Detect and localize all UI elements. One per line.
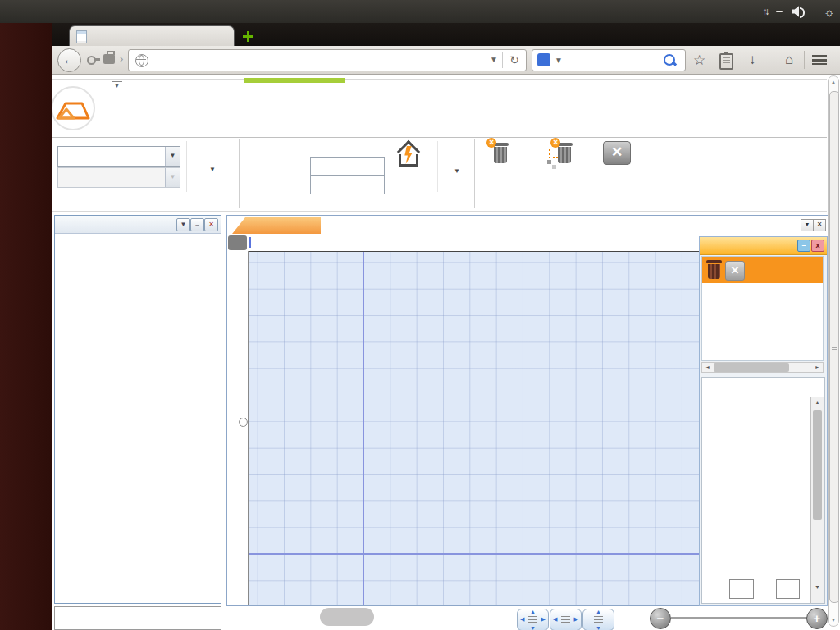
hamburger-menu-icon[interactable] (812, 55, 827, 65)
close-x-icon: ✕ (603, 141, 631, 165)
page-favicon (76, 30, 87, 43)
divider (502, 52, 503, 68)
overlap-input[interactable] (310, 176, 385, 194)
properties-window: – x ✕ ◄ ► ▲ ▼ (699, 236, 828, 606)
app-header-border (52, 79, 827, 80)
screen: ↑↓ ☼ ← › ▼ ↻ ▼ (0, 0, 840, 630)
inspector-header: ▼ – ✕ (55, 216, 221, 234)
remove-from-all-slopes-button[interactable]: ✕ (523, 138, 598, 208)
back-button[interactable]: ← (57, 48, 81, 72)
app-logo[interactable] (51, 86, 95, 130)
browser-tabstrip (52, 23, 840, 46)
url-dropdown-icon[interactable]: ▼ (490, 55, 498, 64)
divider (804, 51, 805, 69)
scroll-down-icon[interactable]: ▼ (815, 584, 820, 590)
ruler-cursor-marker (249, 237, 251, 248)
panels-table: ▲ ▼ (701, 377, 825, 604)
sum-quantity-box (776, 579, 800, 599)
material-remove-icon[interactable]: ✕ (725, 261, 745, 281)
panel-dropdown-icon[interactable]: ▼ (176, 218, 190, 231)
network-updown-icon[interactable]: ↑↓ (762, 6, 767, 17)
orientation-combobox: ▼ (57, 167, 180, 188)
material-item-selected[interactable]: ✕ (702, 257, 823, 283)
scroll-left-icon[interactable]: ◄ (705, 364, 710, 370)
panel-minimize-icon[interactable]: – (190, 218, 204, 231)
remove-all-label (523, 167, 598, 177)
key-icon[interactable] (87, 55, 100, 64)
layout-dropbutton[interactable]: ▼ (189, 152, 235, 173)
properties-minimize-icon[interactable]: – (797, 240, 810, 252)
downloads-icon[interactable]: ↓ (749, 52, 756, 68)
search-bar[interactable]: ▼ (532, 49, 686, 71)
globe-icon (135, 54, 148, 67)
optimize-button[interactable] (379, 138, 438, 192)
engine-dropdown-icon[interactable]: ▼ (555, 56, 563, 65)
close-material-button[interactable]: ✕ (600, 138, 632, 208)
properties-close-icon[interactable]: x (811, 240, 824, 252)
group-divider (239, 139, 240, 208)
vertical-ruler (227, 251, 249, 605)
briefcase-icon[interactable] (103, 54, 115, 64)
eaves-level-marker[interactable] (239, 418, 248, 427)
app-header-green-bar (244, 78, 345, 83)
group-divider (637, 139, 637, 208)
pan-horizontal-button[interactable]: ◀▶ (550, 609, 582, 630)
bookmarks-menu-icon[interactable] (719, 53, 733, 70)
ruler-unit-badge (228, 235, 247, 250)
home-icon[interactable]: ⌂ (785, 52, 793, 68)
logged-user (54, 606, 221, 630)
zoom-in-button[interactable]: + (806, 608, 828, 629)
trash-icon: ✕ (491, 143, 509, 164)
sum-width-box (729, 579, 754, 599)
scroll-right-icon[interactable]: ► (815, 364, 820, 370)
reload-icon[interactable]: ↻ (509, 53, 519, 66)
browser-navbar: ← › ▼ ↻ ▼ ☆ ↓ ⌂ (52, 46, 840, 75)
rounding-input[interactable] (310, 157, 385, 176)
keyboard-layout-indicator[interactable] (776, 11, 783, 12)
table-vscrollbar[interactable]: ▲ ▼ (810, 397, 824, 603)
google-engine-icon[interactable] (537, 53, 550, 66)
volume-icon[interactable] (792, 6, 806, 17)
new-tab-button[interactable] (243, 31, 253, 42)
pan-vertical-button[interactable]: ▲▼ (582, 609, 614, 630)
remove-from-slope-button[interactable]: ✕ (477, 138, 521, 208)
zoom-slider-track[interactable] (671, 617, 808, 619)
ribbon-collapse-icon[interactable]: ▼ (112, 81, 122, 89)
scroll-thumb[interactable] (813, 410, 822, 520)
scroll-thumb[interactable] (714, 363, 789, 372)
scroll-thumb[interactable] (829, 91, 839, 603)
doc-close-icon[interactable]: ✕ (813, 219, 826, 231)
pan-all-button[interactable]: ◀▶ ▲▼ (517, 609, 549, 630)
unity-launcher (0, 23, 52, 630)
divider (186, 141, 187, 192)
scroll-up-icon[interactable]: ▲ (815, 399, 820, 405)
url-bar[interactable]: ▼ ↻ (128, 49, 527, 71)
document-tree (55, 234, 221, 603)
session-gear-icon[interactable]: ☼ (824, 5, 835, 19)
ribbon-tab-underline (52, 137, 827, 138)
ubuntu-top-panel: ↑↓ ☼ (0, 0, 840, 23)
optimize-lightning-house-icon (394, 139, 423, 167)
combobox-dropdown-icon[interactable]: ▼ (165, 147, 180, 166)
trash-all-icon: ✕ (555, 143, 573, 164)
scroll-up-icon[interactable]: ▲ (831, 80, 836, 84)
direction-combobox[interactable]: ▼ (57, 146, 180, 167)
results-dropbutton[interactable]: ▼ (440, 153, 474, 175)
document-tab[interactable] (232, 217, 321, 234)
bookmark-star-icon[interactable]: ☆ (693, 52, 705, 69)
browser-tab[interactable] (69, 25, 235, 47)
panel-close-icon[interactable]: ✕ (204, 218, 218, 231)
material-trash-icon[interactable] (706, 260, 722, 280)
remove-label (477, 167, 521, 177)
scroll-down-icon[interactable]: ▼ (831, 618, 836, 623)
properties-header: – x (700, 237, 827, 255)
doc-tabs-dropdown-icon[interactable]: ▼ (801, 219, 814, 231)
cursor-coordinates (320, 608, 374, 626)
material-hscrollbar[interactable]: ◄ ► (701, 362, 824, 373)
ribbon-bottom-border (52, 211, 827, 212)
search-icon[interactable] (664, 54, 675, 66)
page-scrollbar[interactable]: ▲ ▼ (828, 75, 839, 627)
zoom-out-button[interactable]: − (650, 608, 671, 629)
inspector-window: ▼ – ✕ (54, 215, 221, 604)
material-list: ✕ (701, 256, 824, 361)
